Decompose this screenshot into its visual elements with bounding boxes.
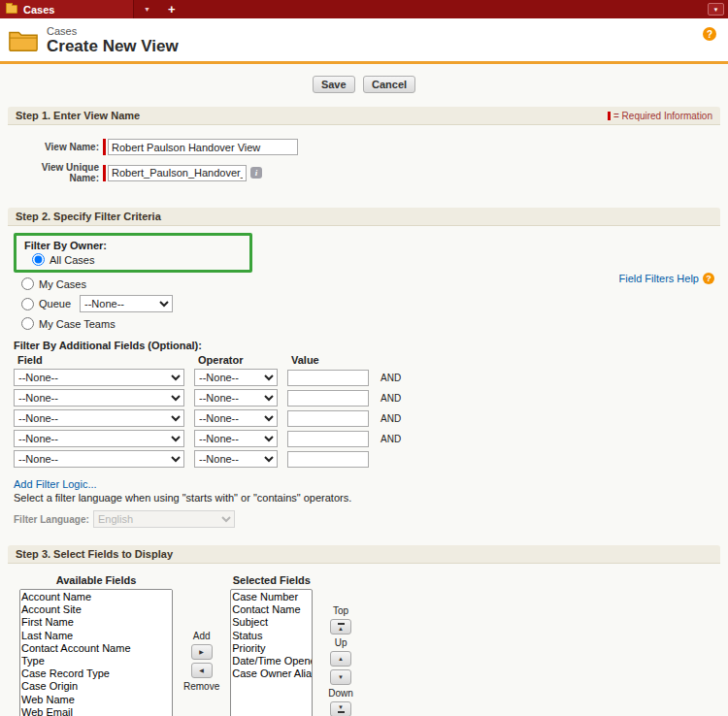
filter-operator-select-3[interactable]: --None-- — [194, 409, 278, 427]
view-name-input[interactable] — [108, 139, 298, 155]
filter-value-input-3[interactable] — [287, 410, 369, 427]
add-tab-button[interactable]: + — [160, 0, 183, 18]
step1-title: Step 1. Enter View Name — [16, 110, 140, 121]
info-icon[interactable]: i — [250, 167, 262, 179]
filter-row: --None-- --None-- AND — [14, 430, 714, 447]
list-item[interactable]: Priority — [232, 642, 311, 655]
selected-fields-column: Selected Fields Case NumberContact NameS… — [230, 574, 313, 716]
list-item[interactable]: Web Name — [21, 694, 171, 706]
list-item[interactable]: Last Name — [21, 630, 171, 642]
filter-language-select: English — [93, 510, 235, 528]
step2-header: Step 2. Specify Filter Criteria — [8, 208, 720, 226]
filter-operator-select-2[interactable]: --None-- — [194, 389, 278, 407]
page-help-icon[interactable]: ? — [703, 27, 716, 41]
list-item[interactable]: Date/Time Opened — [232, 655, 311, 667]
add-filter-logic-link[interactable]: Add Filter Logic... — [14, 478, 97, 490]
page-header: Cases Create New View ? — [0, 18, 728, 61]
filter-field-select-1[interactable]: --None-- — [14, 369, 184, 386]
tab-cases[interactable]: Cases — [0, 0, 134, 18]
filter-row: --None-- --None-- AND — [14, 389, 714, 407]
step3-title: Step 3. Select Fields to Display — [16, 548, 173, 560]
list-item[interactable]: Account Name — [21, 591, 171, 603]
add-label: Add — [193, 631, 211, 641]
list-item[interactable]: Contact Account Name — [21, 642, 171, 655]
tab-bar: Cases + — [0, 0, 728, 18]
view-unique-name-input[interactable] — [108, 165, 247, 181]
add-remove-controls: Add ▶ ◀ Remove — [183, 631, 219, 692]
all-tabs-dropdown-button[interactable] — [708, 3, 724, 16]
and-conjunction-label: AND — [381, 393, 401, 404]
down-arrow-icon: ▼ — [338, 704, 344, 710]
list-item[interactable]: Subject — [232, 616, 311, 629]
move-bottom-button[interactable]: ▼ — [330, 701, 351, 716]
right-arrow-icon: ▶ — [199, 649, 204, 655]
remove-field-button[interactable]: ◀ — [191, 663, 213, 678]
filter-language-label: Filter Language: — [14, 514, 93, 525]
step2-body: Filter By Owner: All Cases My Cases Queu… — [8, 226, 720, 539]
available-fields-column: Available Fields Account NameAccount Sit… — [19, 574, 173, 716]
filter-operator-select-5[interactable]: --None-- — [194, 450, 278, 468]
reorder-controls: Top ▲ Up ▲ ▼ Down ▼ Bottom — [325, 605, 356, 716]
queue-radio[interactable] — [21, 298, 34, 310]
up-arrow-icon: ▲ — [338, 626, 344, 632]
required-bar-icon — [103, 165, 106, 181]
list-item[interactable]: Case Number — [232, 591, 311, 603]
available-fields-listbox[interactable]: Account NameAccount SiteFirst NameLast N… — [19, 589, 173, 716]
tab-cases-label: Cases — [23, 4, 54, 16]
list-item[interactable]: Case Owner Alias — [232, 667, 311, 680]
filter-by-owner-highlight-box: Filter By Owner: All Cases — [14, 233, 252, 273]
move-up-button[interactable]: ▲ — [330, 651, 351, 667]
filter-row: --None-- --None-- AND — [14, 409, 714, 427]
add-field-button[interactable]: ▶ — [191, 644, 213, 660]
all-cases-radio[interactable] — [32, 253, 45, 266]
view-name-label: View Name: — [14, 142, 99, 152]
move-top-button[interactable]: ▲ — [330, 619, 351, 635]
all-cases-option: All Cases — [32, 253, 242, 266]
list-item[interactable]: Contact Name — [232, 603, 311, 616]
up-arrow-icon: ▲ — [338, 656, 344, 662]
list-item[interactable]: Web Email — [21, 706, 171, 716]
filter-language-note: Select a filter language when using "sta… — [14, 492, 714, 504]
cancel-button[interactable]: Cancel — [363, 76, 415, 93]
list-item[interactable]: Case Origin — [21, 680, 171, 693]
list-item[interactable]: First Name — [21, 616, 171, 629]
my-cases-radio[interactable] — [21, 277, 34, 290]
list-item[interactable]: Type — [21, 655, 171, 667]
filter-value-input-1[interactable] — [287, 370, 369, 386]
filter-operator-select-1[interactable]: --None-- — [194, 369, 278, 386]
move-down-button[interactable]: ▼ — [330, 669, 351, 685]
entity-label: Cases — [47, 25, 179, 37]
tab-menu-caret-icon[interactable] — [134, 0, 160, 18]
page-title: Create New View — [47, 37, 179, 56]
filter-field-select-3[interactable]: --None-- — [14, 409, 184, 427]
bar-icon — [338, 623, 345, 625]
filter-value-input-4[interactable] — [287, 431, 369, 447]
remove-label: Remove — [183, 681, 219, 692]
cases-tab-folder-icon — [6, 5, 17, 14]
step2-title: Step 2. Specify Filter Criteria — [16, 211, 161, 222]
field-filters-help: Field Filters Help ? — [618, 273, 714, 284]
list-item[interactable]: Status — [232, 630, 311, 642]
filter-row: --None-- --None-- AND — [14, 369, 714, 386]
step1-header: Step 1. Enter View Name = Required Infor… — [8, 107, 720, 125]
save-button[interactable]: Save — [313, 76, 355, 93]
field-filters-help-link[interactable]: Field Filters Help — [618, 273, 699, 284]
selected-fields-listbox[interactable]: Case NumberContact NameSubjectStatusPrio… — [230, 589, 313, 716]
list-item[interactable]: Account Site — [21, 603, 171, 616]
field-filters-help-icon[interactable]: ? — [703, 273, 714, 284]
my-cases-option: My Cases — [21, 277, 714, 290]
filter-value-input-5[interactable] — [287, 451, 369, 468]
title-block: Cases Create New View — [47, 25, 179, 56]
my-case-teams-radio[interactable] — [21, 317, 34, 330]
all-cases-label: All Cases — [50, 254, 94, 266]
required-bar-icon — [608, 112, 611, 120]
filter-field-select-2[interactable]: --None-- — [14, 389, 184, 407]
filter-field-select-5[interactable]: --None-- — [14, 450, 184, 468]
main-content: Save Cancel Step 1. Enter View Name = Re… — [0, 64, 728, 716]
filter-value-input-2[interactable] — [287, 390, 369, 407]
value-column-header: Value — [287, 354, 369, 366]
filter-field-select-4[interactable]: --None-- — [14, 430, 184, 447]
filter-operator-select-4[interactable]: --None-- — [194, 430, 278, 447]
queue-select[interactable]: --None-- — [80, 295, 173, 312]
list-item[interactable]: Case Record Type — [21, 667, 171, 680]
